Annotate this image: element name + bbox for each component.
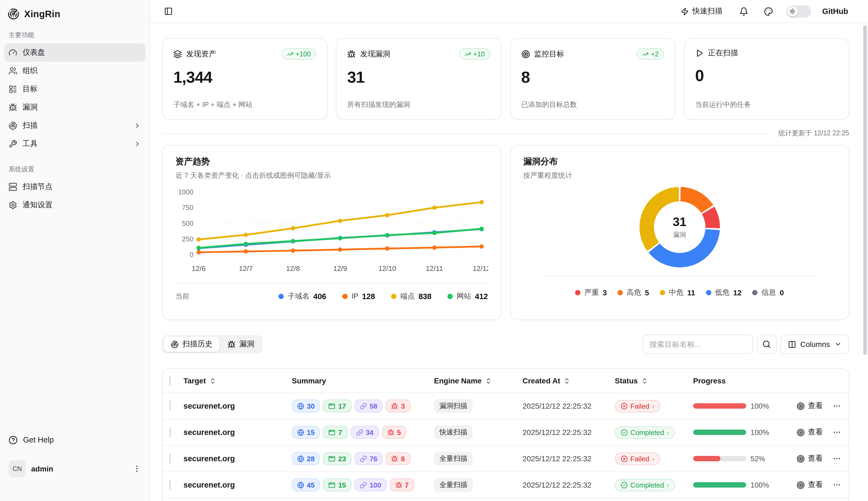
sidebar-toggle-button[interactable] [162,5,175,18]
status-badge[interactable]: Completed › [615,426,675,438]
search-button[interactable] [757,334,777,354]
severity-legend-item[interactable]: 信息 0 [752,288,784,298]
status-badge[interactable]: Completed › [615,479,675,491]
theme-palette-button[interactable] [761,4,775,18]
sort-icon[interactable] [641,377,648,384]
chevron-right-icon [134,122,141,129]
stat-value: 0 [695,67,838,85]
sidebar-item-label: 通知设置 [23,200,53,210]
table-row[interactable]: securenet.org 30 17 58 3 漏洞扫描 2025/12/12… [163,393,849,419]
table-column-header: Progress [693,376,841,385]
sort-icon[interactable] [485,377,492,384]
sidebar-item[interactable]: 扫描 [4,117,145,135]
scrollbar[interactable] [863,25,867,355]
stat-description: 所有扫描发现的漏洞 [347,100,490,109]
brand[interactable]: XingRin [4,0,145,23]
sidebar-item[interactable]: 组织 [4,62,145,80]
row-checkbox[interactable] [169,427,171,437]
asset-trend-card: 资产趋势 近 7 天各类资产变化 · 点击折线或图例可隐藏/显示 0250500… [162,145,501,320]
columns-button[interactable]: Columns [781,334,849,354]
row-checkbox[interactable] [169,453,171,463]
row-menu-button[interactable] [833,481,841,489]
trend-legend-item[interactable]: 端点 838 [391,291,431,301]
quick-scan-button[interactable]: 快速扫描 [677,6,726,17]
sidebar-item[interactable]: 仪表盘 [4,43,145,62]
stat-icon [521,50,530,58]
stats-row: 发现资产 +100 1,344 子域名 + IP + 端点 + 网站 [162,38,849,120]
trend-legend-item[interactable]: 网站 412 [448,291,488,301]
row-menu-button[interactable] [833,428,841,437]
vuln-count-badge: 8 [386,452,410,465]
github-link[interactable]: GitHub [822,7,848,15]
stat-description: 已添加的目标总数 [521,100,664,109]
notifications-button[interactable] [737,4,750,18]
severity-donut-chart[interactable]: 31 漏洞 [639,187,720,267]
svg-text:12/10: 12/10 [378,265,396,273]
status-badge[interactable]: Failed › [615,452,660,465]
legend-name: 中危 [669,288,683,298]
progress-fill [693,456,721,461]
user-menu[interactable]: CN admin [4,458,145,480]
columns-label: Columns [800,340,830,349]
table-row[interactable]: securenet.org 45 15 100 7 全量扫描 2025/12/1… [163,472,849,498]
chevron-right-icon [134,140,141,148]
get-help-button[interactable]: Get Help [4,430,145,449]
view-button[interactable]: 查看 [796,454,823,463]
legend-dot [342,294,348,299]
column-label: Progress [693,376,726,385]
legend-name: 低危 [715,288,729,298]
quick-scan-label: 快速扫描 [692,7,722,16]
severity-legend-item[interactable]: 低危 12 [706,288,741,298]
view-button[interactable]: 查看 [796,401,823,411]
legend-dot [575,290,581,295]
select-all-checkbox[interactable] [169,375,171,385]
asset-trend-chart[interactable]: 0250500750100012/612/712/812/912/1012/11… [175,185,488,276]
sidebar-item[interactable]: 通知设置 [4,196,145,214]
target-icon [796,428,805,436]
user-menu-dots-icon[interactable] [132,465,141,473]
sidebar-item[interactable]: 扫描节点 [4,178,145,196]
row-checkbox[interactable] [169,480,171,490]
svg-text:12/6: 12/6 [192,265,206,273]
engine-badge: 快速扫描 [434,425,473,439]
theme-toggle[interactable] [786,5,811,18]
trend-legend-item[interactable]: IP 128 [342,292,375,300]
row-menu-button[interactable] [833,402,841,410]
stat-card-header: 监控目标 +2 [521,48,664,60]
progress-bar [693,429,746,435]
table-row[interactable]: securenet.org 28 23 76 8 全量扫描 2025/12/12… [163,446,849,472]
trending-up-icon [465,51,471,57]
status-label: Failed [630,455,649,462]
toolbar-tab[interactable]: 扫描历史 [164,337,219,352]
progress-cell: 100% 查看 [693,427,841,437]
bell-icon [739,7,748,16]
search-icon [762,340,771,349]
status-badge[interactable]: Failed › [615,400,660,412]
toolbar-tab[interactable]: 漏洞 [220,337,261,352]
dashboard-content: 发现资产 +100 1,344 子域名 + IP + 端点 + 网站 [162,23,849,501]
vuln-count-badge: 5 [382,426,406,439]
sidebar-item[interactable]: 工具 [4,135,145,153]
sidebar-item[interactable]: 目标 [4,80,145,98]
trend-legend-item[interactable]: 子域名 406 [279,291,326,301]
view-button[interactable]: 查看 [796,480,823,490]
sidebar-item-icon [9,48,17,57]
sort-icon[interactable] [563,377,571,384]
sort-icon[interactable] [209,377,216,384]
target-name: securenet.org [184,428,292,437]
sidebar-item[interactable]: 漏洞 [4,98,145,117]
column-label: Created At [523,376,560,385]
table-row[interactable] [163,498,849,501]
theme-toggle-knob [787,6,798,17]
severity-legend-item[interactable]: 高危 5 [617,288,649,298]
trend-badge: +2 [637,48,664,60]
row-menu-button[interactable] [833,454,841,463]
row-checkbox[interactable] [169,401,171,411]
search-input[interactable] [643,334,753,354]
table-row[interactable]: securenet.org 15 7 34 5 快速扫描 2025/12/12 … [163,419,849,446]
svg-text:500: 500 [182,220,194,227]
severity-legend-item[interactable]: 中危 11 [660,288,695,298]
severity-legend-item[interactable]: 严重 3 [575,288,607,298]
view-button[interactable]: 查看 [796,427,823,437]
created-at: 2025/12/12 22:25:32 [523,481,615,489]
